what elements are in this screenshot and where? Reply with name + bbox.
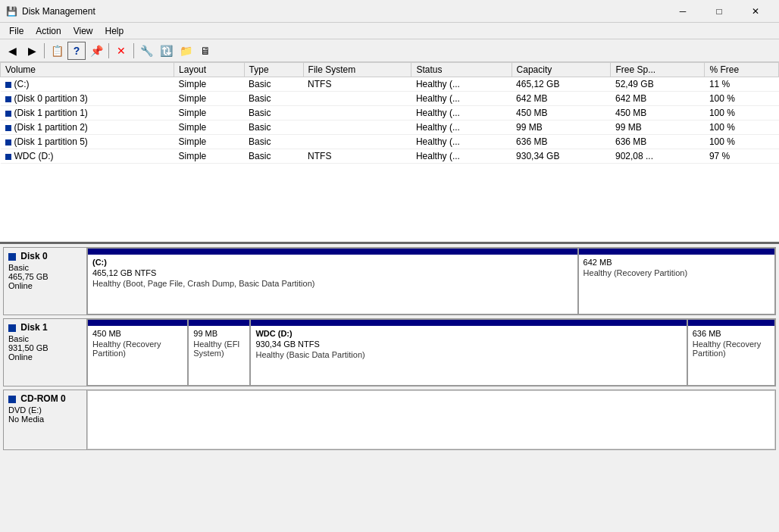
disk-type: DVD (E:) xyxy=(8,405,82,415)
partition-header-bar xyxy=(88,320,187,326)
partition-size: 465,12 GB NTFS xyxy=(92,268,573,277)
disk-size: 931,50 GB xyxy=(8,343,82,352)
window-controls: ─ □ ✕ xyxy=(665,0,773,23)
partition-disk1-0[interactable]: 450 MBHealthy (Recovery Partition) xyxy=(87,319,188,386)
app-icon: 💾 xyxy=(6,6,17,17)
col-type[interactable]: Type xyxy=(244,63,303,77)
toolbar-separator-3 xyxy=(133,43,134,58)
partition-status: Healthy (Boot, Page File, Crash Dump, Ba… xyxy=(92,279,573,288)
back-button[interactable]: ◀ xyxy=(3,42,21,60)
partition-size: 450 MB xyxy=(92,329,183,338)
partition-header-bar xyxy=(688,320,774,326)
toolbar-separator-2 xyxy=(108,43,109,58)
disk-name: Disk 0 xyxy=(8,251,82,261)
disk-type: Basic xyxy=(8,334,82,343)
disk-name: Disk 1 xyxy=(8,322,82,333)
volume-table: Volume Layout Type File System Status Ca… xyxy=(0,62,779,164)
partition-size: 636 MB xyxy=(693,329,770,338)
disk-partitions xyxy=(87,390,775,449)
partition-size: 930,34 GB NTFS xyxy=(255,340,681,349)
maximize-button[interactable]: □ xyxy=(702,0,737,23)
col-volume[interactable]: Volume xyxy=(1,63,174,77)
forward-button[interactable]: ▶ xyxy=(23,42,41,60)
partition-header-bar xyxy=(88,249,577,255)
partition-header-bar xyxy=(251,320,686,326)
disk-icon xyxy=(8,253,16,261)
disk-partitions: (C:)465,12 GB NTFSHealthy (Boot, Page Fi… xyxy=(87,248,775,315)
delete-button[interactable]: ✕ xyxy=(112,42,130,60)
partition-disk0-0[interactable]: (C:)465,12 GB NTFSHealthy (Boot, Page Fi… xyxy=(87,248,578,315)
col-layout[interactable]: Layout xyxy=(174,63,245,77)
partition-status: Healthy (EFI System) xyxy=(193,340,245,358)
help-button[interactable]: ? xyxy=(67,42,86,60)
disk-status: No Media xyxy=(8,415,82,424)
screen-button[interactable]: 🖥 xyxy=(196,42,214,60)
menu-file[interactable]: File xyxy=(3,24,30,38)
disk-row-cdrom0: CD-ROM 0DVD (E:)No Media xyxy=(3,390,776,450)
disk-label-cdrom0: CD-ROM 0DVD (E:)No Media xyxy=(4,390,87,449)
table-row[interactable]: (Disk 1 partition 5) Simple Basic Health… xyxy=(1,135,779,149)
disk-size: 465,75 GB xyxy=(8,272,82,281)
title-bar: 💾 Disk Management ─ □ ✕ xyxy=(0,0,779,23)
disk-name: CD-ROM 0 xyxy=(8,393,82,404)
col-status[interactable]: Status xyxy=(411,63,512,77)
partition-disk0-1[interactable]: 642 MBHealthy (Recovery Partition) xyxy=(578,248,775,315)
properties-button[interactable]: 📋 xyxy=(48,42,66,60)
partition-name: (C:) xyxy=(92,258,573,267)
table-row[interactable]: (C:) Simple Basic NTFS Healthy (... 465,… xyxy=(1,77,779,92)
menu-bar: File Action View Help xyxy=(0,23,779,39)
partition-disk1-1[interactable]: 99 MBHealthy (EFI System) xyxy=(188,319,250,386)
table-row[interactable]: WDC (D:) Simple Basic NTFS Healthy (... … xyxy=(1,149,779,164)
disk-status: Online xyxy=(8,281,82,290)
disk-icon xyxy=(8,324,16,332)
col-pct[interactable]: % Free xyxy=(705,63,779,77)
partition-disk1-2[interactable]: WDC (D:)930,34 GB NTFSHealthy (Basic Dat… xyxy=(250,319,687,386)
toolbar: ◀ ▶ 📋 ? 📌 ✕ 🔧 🔃 📁 🖥 xyxy=(0,39,779,62)
disk-label-disk0: Disk 0Basic465,75 GBOnline xyxy=(4,248,87,315)
rescan-button[interactable]: 🔃 xyxy=(157,42,175,60)
close-button[interactable]: ✕ xyxy=(738,0,773,23)
partition-size: 642 MB xyxy=(583,258,770,267)
disk-label-disk1: Disk 1Basic931,50 GBOnline xyxy=(4,319,87,386)
menu-action[interactable]: Action xyxy=(30,24,67,38)
toolbar-separator-1 xyxy=(44,43,45,58)
partition-header-bar xyxy=(579,249,774,255)
table-row[interactable]: (Disk 1 partition 1) Simple Basic Health… xyxy=(1,106,779,120)
minimize-button[interactable]: ─ xyxy=(665,0,700,23)
partition-header-bar xyxy=(189,320,249,326)
partition-status: Healthy (Recovery Partition) xyxy=(92,340,183,358)
partition-status: Healthy (Recovery Partition) xyxy=(583,268,770,277)
app-title: Disk Management xyxy=(22,6,665,17)
disk-row-disk0: Disk 0Basic465,75 GBOnline(C:)465,12 GB … xyxy=(3,247,776,315)
disk-partitions: 450 MBHealthy (Recovery Partition)99 MBH… xyxy=(87,319,775,386)
partition-name: WDC (D:) xyxy=(255,329,681,338)
partition-status: Healthy (Recovery Partition) xyxy=(693,340,770,358)
menu-view[interactable]: View xyxy=(67,24,99,38)
col-free[interactable]: Free Sp... xyxy=(611,63,705,77)
main-content: Volume Layout Type File System Status Ca… xyxy=(0,62,779,532)
disk-status: Online xyxy=(8,352,82,361)
table-header-row: Volume Layout Type File System Status Ca… xyxy=(1,63,779,77)
disk-row-disk1: Disk 1Basic931,50 GBOnline450 MBHealthy … xyxy=(3,318,776,386)
disk-icon xyxy=(8,396,16,403)
partition-status: Healthy (Basic Data Partition) xyxy=(255,350,681,359)
table-row[interactable]: (Disk 1 partition 2) Simple Basic Health… xyxy=(1,120,779,135)
list-panel: Volume Layout Type File System Status Ca… xyxy=(0,62,779,244)
col-capacity[interactable]: Capacity xyxy=(512,63,611,77)
cdrom-empty xyxy=(87,390,775,449)
partition-size: 99 MB xyxy=(193,329,245,338)
folder-button[interactable]: 📁 xyxy=(177,42,195,60)
partition-disk1-3[interactable]: 636 MBHealthy (Recovery Partition) xyxy=(687,319,775,386)
disk-type: Basic xyxy=(8,263,82,272)
menu-help[interactable]: Help xyxy=(99,24,130,38)
col-filesystem[interactable]: File System xyxy=(303,63,411,77)
table-row[interactable]: (Disk 0 partition 3) Simple Basic Health… xyxy=(1,92,779,106)
graph-panel: Disk 0Basic465,75 GBOnline(C:)465,12 GB … xyxy=(0,244,779,532)
refresh-button[interactable]: 🔧 xyxy=(137,42,155,60)
pin-button[interactable]: 📌 xyxy=(87,42,105,60)
